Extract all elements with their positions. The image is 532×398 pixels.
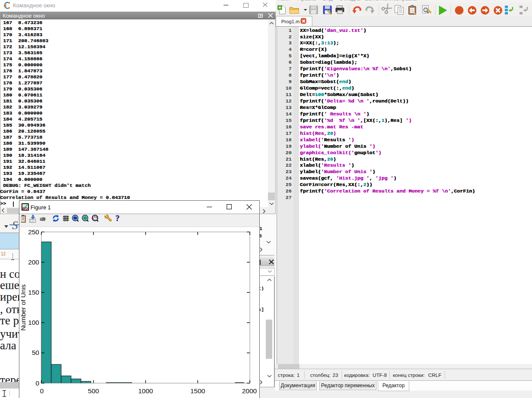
svg-text:2000: 2000 xyxy=(242,387,257,395)
svg-text:100: 100 xyxy=(28,319,39,326)
svg-text:250: 250 xyxy=(28,228,39,236)
svg-text:200: 200 xyxy=(28,258,39,266)
svg-text:?: ? xyxy=(115,214,120,223)
svg-text:1000: 1000 xyxy=(138,387,153,395)
svg-text:1500: 1500 xyxy=(190,387,205,395)
svg-text:500: 500 xyxy=(88,387,99,395)
svg-text:0: 0 xyxy=(40,387,44,395)
svg-text:Number of Unis: Number of Unis xyxy=(21,284,27,331)
svg-text:50: 50 xyxy=(32,349,40,356)
svg-text:0: 0 xyxy=(35,379,39,387)
svg-text:150: 150 xyxy=(28,289,39,296)
